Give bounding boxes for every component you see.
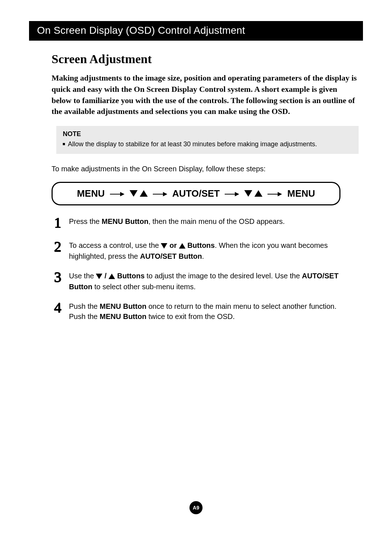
svg-marker-9 <box>254 190 262 197</box>
svg-marker-12 <box>161 243 167 249</box>
title-bar: On Screen Display (OSD) Control Adjustme… <box>29 21 363 41</box>
step-text: Press the MENU Button, then the main men… <box>69 216 285 231</box>
svg-marker-7 <box>235 192 239 196</box>
step-1: 1 Press the MENU Button, then the main m… <box>52 216 341 231</box>
note-label: NOTE <box>63 130 352 138</box>
step-text: Push the MENU Button once to return to t… <box>69 301 341 322</box>
step-text: To access a control, use the or Buttons.… <box>69 240 341 261</box>
page-number-badge: A9 <box>189 501 203 514</box>
note-text: Allow the display to stabilize for at le… <box>68 140 317 148</box>
flow-box: MENU AUTO/SET MENU <box>52 182 340 205</box>
step-2: 2 To access a control, use the or Button… <box>52 240 341 261</box>
note-box: NOTE Allow the display to stabilize for … <box>56 126 359 154</box>
step-number: 4 <box>52 300 64 321</box>
triangle-down-icon <box>130 188 138 199</box>
steps-list: 1 Press the MENU Button, then the main m… <box>52 216 341 322</box>
svg-marker-3 <box>140 190 148 197</box>
step-number: 1 <box>52 216 64 230</box>
manual-page: On Screen Display (OSD) Control Adjustme… <box>0 0 392 536</box>
step-3: 3 Use the / Buttons to adjust the image … <box>52 271 341 292</box>
triangle-down-icon <box>161 241 167 251</box>
arrow-right-icon <box>110 188 124 199</box>
arrow-right-icon <box>153 188 167 199</box>
flow-menu-1: MENU <box>77 188 105 199</box>
triangle-up-icon <box>140 188 148 199</box>
svg-marker-8 <box>244 190 252 197</box>
svg-marker-11 <box>278 192 282 196</box>
intro-paragraph: Making adjustments to the image size, po… <box>52 73 359 117</box>
step-number: 3 <box>52 270 64 291</box>
flow-menu-2: MENU <box>287 188 315 199</box>
svg-marker-15 <box>109 274 115 279</box>
flow-autoset: AUTO/SET <box>172 188 220 199</box>
follow-steps-text: To make adjustments in the On Screen Dis… <box>52 165 359 173</box>
triangle-down-icon <box>244 188 252 199</box>
step-number: 2 <box>52 240 64 261</box>
triangle-up-icon <box>179 241 185 251</box>
svg-marker-2 <box>130 190 138 197</box>
svg-marker-14 <box>96 274 102 279</box>
arrow-right-icon <box>268 188 282 199</box>
step-4: 4 Push the MENU Button once to return to… <box>52 301 341 322</box>
triangle-down-icon <box>96 271 102 282</box>
arrow-right-icon <box>225 188 239 199</box>
triangle-up-icon <box>254 188 262 199</box>
svg-marker-13 <box>179 243 185 249</box>
svg-marker-5 <box>163 192 167 196</box>
triangle-up-icon <box>109 271 115 282</box>
section-heading: Screen Adjustment <box>52 52 363 66</box>
bullet-icon <box>63 143 65 145</box>
step-text: Use the / Buttons to adjust the image to… <box>69 271 341 292</box>
note-item: Allow the display to stabilize for at le… <box>63 140 352 148</box>
svg-marker-1 <box>120 192 124 196</box>
